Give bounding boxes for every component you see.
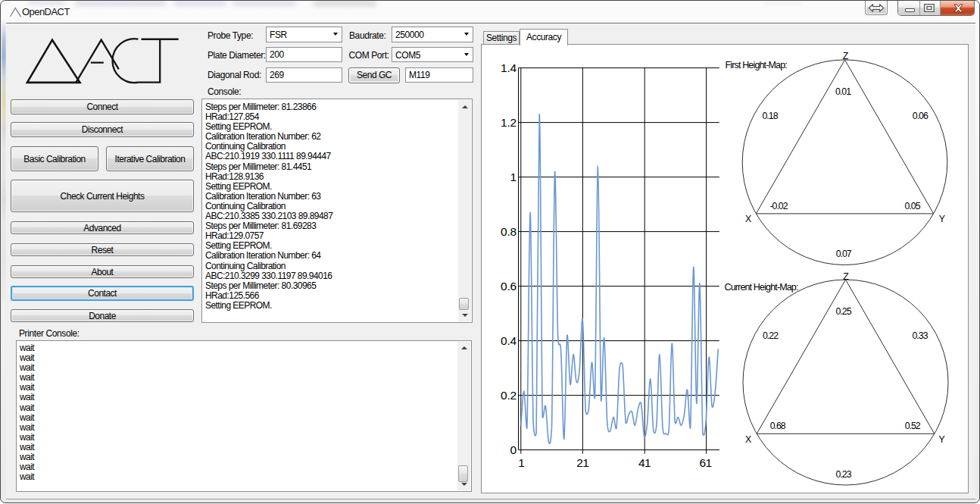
svg-text:0.4: 0.4 [501,334,517,347]
svg-text:61: 61 [700,456,712,469]
svg-text:X: X [745,214,751,224]
svg-text:0.68: 0.68 [770,421,786,431]
svg-text:0.22: 0.22 [763,330,779,341]
svg-text:0.18: 0.18 [763,111,779,121]
svg-text:41: 41 [638,456,651,469]
svg-text:-0.02: -0.02 [769,201,788,211]
svg-text:First Height-Map:: First Height-Map: [726,60,788,70]
svg-text:21: 21 [576,456,588,469]
svg-text:0.06: 0.06 [913,111,929,121]
svg-text:X: X [745,434,751,445]
svg-text:0.52: 0.52 [905,421,921,431]
svg-text:Z: Z [843,51,849,61]
svg-text:0.33: 0.33 [913,330,929,341]
svg-text:0.07: 0.07 [836,249,852,259]
svg-text:1.4: 1.4 [501,61,517,74]
svg-text:1: 1 [510,171,517,183]
svg-text:Current Height-Map:: Current Height-Map: [725,282,798,293]
svg-text:1: 1 [518,456,524,469]
svg-text:Y: Y [938,434,944,445]
svg-text:0.05: 0.05 [905,201,921,211]
svg-text:0.6: 0.6 [501,280,517,293]
svg-text:0.23: 0.23 [836,469,852,480]
svg-text:0: 0 [510,443,517,456]
svg-text:1.2: 1.2 [501,116,517,129]
svg-text:0.01: 0.01 [835,86,851,97]
svg-text:Y: Y [939,214,945,224]
svg-text:0.2: 0.2 [501,389,517,402]
svg-text:0.8: 0.8 [501,225,517,238]
svg-text:0.25: 0.25 [836,306,852,317]
